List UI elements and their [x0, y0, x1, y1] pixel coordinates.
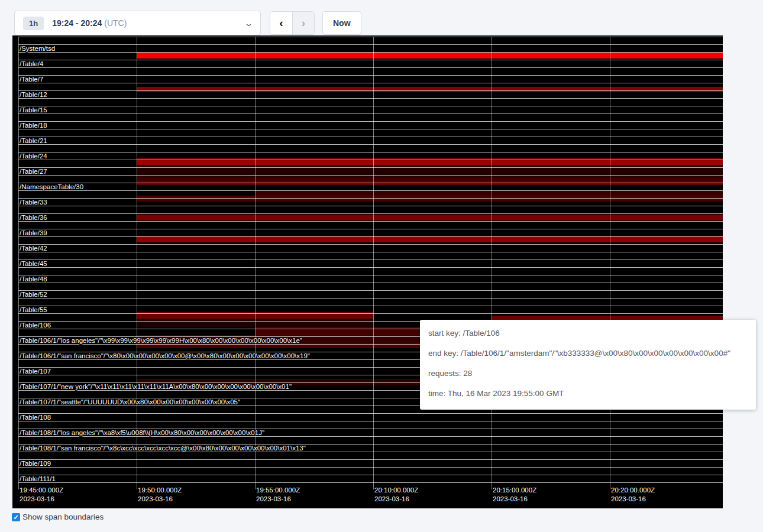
span-key-label: /Table/108/1/"san francisco"/"\x8c\xcc\x… — [20, 445, 306, 452]
span-key-label: /Table/52 — [20, 291, 47, 299]
chevron-right-icon: › — [302, 17, 305, 30]
span-boundary-line — [18, 52, 723, 53]
span-key-label: /NamespaceTable/30 — [20, 183, 83, 191]
span-boundary-line — [18, 160, 723, 160]
previous-interval-button[interactable]: ‹ — [270, 12, 292, 34]
span-key-label: /Table/4 — [20, 60, 43, 68]
heat-band — [137, 53, 723, 59]
span-boundary-line — [18, 98, 723, 99]
span-boundary-line — [18, 183, 723, 183]
span-boundary-line — [18, 313, 723, 314]
axis-tick-date: 2023-03-16 — [256, 495, 291, 503]
span-key-label: /Table/48 — [20, 275, 47, 283]
span-boundary-line — [18, 221, 723, 222]
span-boundary-line — [18, 83, 723, 83]
time-gridline — [492, 37, 492, 489]
axis-tick-time: 19:45:00.000Z — [20, 486, 63, 494]
time-gridline — [610, 37, 610, 489]
page: { "toolbar": { "range_badge": "1h", "ran… — [0, 0, 763, 532]
span-boundary-line — [18, 129, 723, 129]
span-boundary-line — [18, 198, 723, 199]
span-boundary-line — [18, 267, 723, 268]
now-button[interactable]: Now — [322, 11, 361, 35]
span-boundary-line — [18, 121, 723, 122]
span-boundary-line — [18, 175, 723, 176]
time-range-badge: 1h — [23, 17, 44, 30]
span-key-label: /Table/24 — [20, 153, 47, 160]
span-key-label: /Table/18 — [20, 122, 47, 129]
time-range-selector[interactable]: 1h 19:24 - 20:24(UTC) ⌄ — [14, 11, 261, 35]
axis-tick-date: 2023-03-16 — [493, 495, 528, 503]
span-boundary-line — [18, 144, 723, 145]
span-key-label: /Table/109 — [20, 460, 51, 468]
time-gridline — [18, 37, 19, 489]
span-boundary-line — [18, 413, 723, 414]
span-key-label: /Table/33 — [20, 199, 47, 206]
axis-tick-date: 2023-03-16 — [20, 495, 54, 503]
time-nav-group: ‹ › — [270, 11, 315, 35]
span-boundary-line — [18, 113, 723, 114]
time-range-utc-suffix: (UTC) — [104, 18, 127, 28]
span-boundary-line — [18, 206, 723, 206]
axis-tick-time: 19:55:00.000Z — [256, 486, 300, 494]
span-boundary-line — [18, 275, 723, 275]
axis-tick-time: 20:20:00.000Z — [611, 486, 655, 494]
span-key-label: /Table/108 — [20, 414, 51, 421]
span-key-label: /Table/27 — [20, 168, 47, 176]
span-key-label: /Table/107/1/"new york"/"\x11\x11\x11\x1… — [20, 383, 292, 391]
span-boundary-line — [18, 67, 723, 68]
span-boundary-line — [18, 306, 723, 306]
chevron-down-icon: ⌄ — [244, 19, 253, 28]
span-key-label: /Table/39 — [20, 229, 47, 237]
span-boundary-line — [18, 482, 723, 483]
span-key-label: /Table/106 — [20, 322, 51, 329]
span-key-label: /Table/45 — [20, 260, 47, 268]
axis-tick-time: 20:10:00.000Z — [374, 486, 418, 494]
span-key-label: /Table/106/1/"los angeles"/"\x99\x99\x99… — [20, 337, 302, 345]
span-boundary-line — [18, 190, 723, 191]
span-key-label: /Table/111/1 — [20, 475, 56, 483]
span-boundary-line — [18, 90, 723, 91]
span-key-label: /Table/55 — [20, 306, 47, 314]
heatmap-canvas[interactable]: 19:45:00.000Z2023-03-1619:50:00.000Z2023… — [12, 35, 723, 508]
axis-tick-time: 20:15:00.000Z — [493, 486, 536, 494]
heat-band — [492, 316, 723, 320]
cell-tooltip: start key: /Table/106 end key: /Table/10… — [420, 320, 756, 410]
span-boundary-line — [18, 152, 723, 153]
heat-band — [255, 190, 723, 196]
axis-tick-date: 2023-03-16 — [138, 495, 173, 503]
span-key-label: /Table/106/1/"san francisco"/"\x80\x00\x… — [20, 352, 310, 360]
time-gridline — [137, 37, 137, 489]
span-key-label: /Table/108/1/"los angeles"/"\xa8\xf5\u00… — [20, 429, 264, 437]
span-boundary-line — [18, 75, 723, 76]
span-boundary-line — [18, 475, 723, 475]
time-gridline — [255, 37, 256, 489]
show-span-boundaries-row: ✓ Show span boundaries — [12, 512, 104, 521]
show-span-boundaries-checkbox[interactable]: ✓ — [12, 513, 20, 521]
span-boundary-line — [18, 213, 723, 214]
span-boundary-line — [18, 283, 723, 283]
time-range-text: 19:24 - 20:24(UTC) — [52, 18, 127, 28]
axis-tick-time: 19:50:00.000Z — [138, 486, 182, 494]
span-boundary-line — [18, 106, 723, 106]
show-span-boundaries-label: Show span boundaries — [22, 512, 104, 521]
heat-band — [137, 196, 723, 202]
span-key-label: /Table/7 — [20, 76, 43, 83]
span-key-label: /Table/12 — [20, 91, 47, 99]
span-boundary-line — [18, 421, 723, 421]
tooltip-start-key: start key: /Table/106 — [428, 327, 748, 339]
span-key-label: /Table/15 — [20, 106, 47, 114]
span-key-label: /Table/36 — [20, 214, 47, 222]
span-key-label: /Table/107 — [20, 368, 51, 375]
tooltip-time: time: Thu, 16 Mar 2023 19:55:00 GMT — [428, 388, 748, 400]
span-boundary-line — [18, 252, 723, 252]
span-boundary-line — [18, 459, 723, 460]
span-key-label: /Table/107/1/"seattle"/"UUUUUUD\x00\x80\… — [20, 398, 240, 406]
heat-band — [137, 215, 723, 220]
time-gridline — [373, 37, 374, 489]
span-key-label: /System/tsd — [20, 45, 55, 53]
span-boundary-line — [18, 44, 723, 45]
span-key-label: /Table/21 — [20, 137, 47, 145]
tooltip-end-key: end key: /Table/106/1/"amsterdam"/"\xb33… — [428, 348, 748, 359]
next-interval-button[interactable]: › — [292, 12, 314, 34]
